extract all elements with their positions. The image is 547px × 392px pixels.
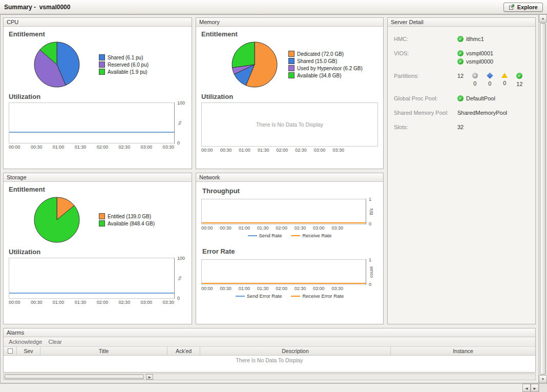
y-axis-max-label: 100 bbox=[177, 256, 185, 261]
alarms-panel: Alarms Acknowledge Clear Sev Title Ack'e… bbox=[3, 328, 536, 373]
column-header-acked[interactable]: Ack'ed bbox=[167, 347, 200, 355]
alarms-toolbar: Acknowledge Clear bbox=[4, 337, 535, 347]
scrollbar-corner bbox=[539, 384, 547, 392]
select-all-cell bbox=[4, 347, 17, 355]
explore-button-label: Explore bbox=[517, 4, 538, 10]
status-ok-icon: ✓ bbox=[457, 58, 464, 65]
shared-memory-pool-value: SharedMemoryPool bbox=[457, 110, 507, 116]
vertical-scrollbar: ▲ ▼ bbox=[538, 14, 547, 383]
legend-item: Dedicated (72.0 GB) bbox=[288, 51, 363, 57]
legend-label: Send Error Rate bbox=[247, 293, 282, 299]
vios-label: VIOS: bbox=[394, 50, 457, 56]
x-tick-label: 00:00 bbox=[201, 286, 213, 291]
memory-panel-body: Entitlement Dedicated (72.0 GB)Shared (1… bbox=[196, 27, 383, 169]
y-axis: 100%0 bbox=[174, 102, 186, 143]
cpu-utilization-chart: 100%000:0000:3001:0001:3002:0002:3003:00… bbox=[4, 102, 192, 150]
x-tick-label: 03:30 bbox=[331, 286, 343, 291]
legend-item: Shared (6.1 pu) bbox=[99, 54, 149, 60]
alarms-panel-header: Alarms bbox=[4, 328, 535, 337]
memory-utilization-heading: Utilization bbox=[201, 93, 383, 100]
chart-series-line bbox=[9, 293, 174, 294]
x-tick-label: 02:00 bbox=[276, 225, 287, 231]
explore-button[interactable]: Explore bbox=[503, 3, 543, 12]
column-header-sev[interactable]: Sev bbox=[17, 347, 40, 355]
scroll-down-button[interactable]: ▼ bbox=[539, 375, 547, 383]
x-tick-label: 01:00 bbox=[239, 286, 250, 291]
column-header-description[interactable]: Description bbox=[200, 347, 391, 355]
x-tick-label: 02:00 bbox=[277, 148, 288, 153]
x-tick-label: 03:30 bbox=[162, 300, 174, 305]
vios-item: ✓ vsmpl0001 bbox=[457, 50, 493, 56]
slots-value: 32 bbox=[457, 124, 464, 130]
column-header-title[interactable]: Title bbox=[40, 347, 167, 355]
memory-panel: Memory Entitlement Dedicated (72.0 GB)Sh… bbox=[196, 17, 384, 169]
y-axis-unit-label: count bbox=[369, 266, 374, 278]
explore-icon bbox=[509, 4, 515, 10]
x-tick-label: 03:00 bbox=[313, 225, 325, 231]
chart-legend: Send Error RateReceive Error Rate bbox=[196, 293, 383, 299]
scroll-right-button[interactable]: ▶ bbox=[531, 384, 539, 392]
chart-legend: Send RateReceive Rate bbox=[196, 233, 383, 238]
legend-line-swatch bbox=[291, 235, 300, 236]
partitions-total: 12 bbox=[457, 73, 464, 79]
network-panel-header: Network bbox=[196, 173, 383, 182]
acknowledge-button[interactable]: Acknowledge bbox=[9, 339, 42, 345]
cpu-panel: CPU Entitlement Shared (6.1 pu)Reserved … bbox=[3, 17, 192, 169]
status-ok-icon: ✓ bbox=[457, 36, 464, 42]
dashboard-grid: CPU Entitlement Shared (6.1 pu)Reserved … bbox=[3, 17, 536, 324]
legend-label: Used by Hypervisor (6.2 GB) bbox=[297, 66, 363, 71]
legend-swatch bbox=[288, 51, 294, 57]
vios-link[interactable]: vsmpl0001 bbox=[466, 50, 493, 56]
chart-plot-area: There Is No Data To Display bbox=[201, 102, 378, 147]
legend-swatch bbox=[288, 58, 294, 64]
vios-link[interactable]: vsmpl0000 bbox=[466, 58, 493, 65]
pie-slice bbox=[232, 42, 255, 68]
partition-unknown-count: 0 bbox=[473, 80, 476, 87]
cpu-panel-header: CPU bbox=[4, 18, 192, 27]
storage-utilization-chart: 100%000:0000:3001:0001:3002:0002:3003:00… bbox=[4, 258, 192, 305]
legend-label: Shared (15.0 GB) bbox=[297, 58, 337, 64]
global-proc-pool-link[interactable]: DefaultPool bbox=[466, 95, 495, 101]
y-axis-max-label: 1 bbox=[369, 257, 371, 262]
vertical-scrollbar-thumb[interactable] bbox=[540, 23, 546, 375]
legend-item: Available (1.9 pu) bbox=[99, 69, 149, 75]
server-detail-panel-title: Server Detail bbox=[391, 19, 424, 25]
hmc-link[interactable]: itlhmc1 bbox=[466, 36, 484, 42]
horizontal-scrollbar-thumb[interactable] bbox=[5, 375, 144, 379]
legend-label: Available (1.9 pu) bbox=[108, 69, 148, 75]
legend-swatch bbox=[99, 69, 105, 75]
legend-swatch bbox=[99, 54, 105, 60]
cpu-entitlement-pie bbox=[32, 40, 81, 89]
select-all-checkbox[interactable] bbox=[8, 348, 13, 354]
storage-panel-header: Storage bbox=[4, 173, 192, 182]
clear-button[interactable]: Clear bbox=[48, 339, 61, 345]
x-tick-label: 01:30 bbox=[75, 300, 87, 305]
x-tick-label: 00:00 bbox=[201, 148, 213, 153]
x-tick-label: 02:30 bbox=[294, 225, 306, 231]
legend-item: Send Error Rate bbox=[236, 293, 282, 299]
x-tick-label: 00:30 bbox=[31, 145, 43, 150]
legend-label: Reserved (6.0 pu) bbox=[108, 62, 149, 68]
partition-warning-icon bbox=[501, 73, 508, 78]
scroll-left-button[interactable]: ◀ bbox=[522, 384, 531, 392]
scroll-right-button[interactable]: ▶ bbox=[146, 374, 153, 380]
chart-series-line bbox=[9, 132, 174, 133]
x-tick-label: 03:30 bbox=[331, 225, 343, 231]
legend-label: Available (848.4 GB) bbox=[108, 221, 155, 226]
legend-label: Dedicated (72.0 GB) bbox=[297, 51, 344, 57]
partition-ok-count: 12 bbox=[516, 81, 522, 87]
x-axis: 00:0000:3001:0001:3002:0002:3003:0003:30 bbox=[9, 300, 174, 305]
network-error-rate-heading: Error Rate bbox=[202, 247, 383, 255]
legend-label: Receive Rate bbox=[302, 233, 331, 238]
y-axis: 1count0 bbox=[366, 259, 378, 285]
memory-entitlement-heading: Entitlement bbox=[201, 30, 383, 38]
horizontal-scrollbar-track[interactable] bbox=[0, 384, 522, 392]
chart-series-line bbox=[202, 222, 366, 223]
column-header-instance[interactable]: Instance bbox=[391, 347, 535, 355]
legend-label: Shared (6.1 pu) bbox=[108, 55, 143, 60]
cpu-utilization-heading: Utilization bbox=[9, 93, 192, 100]
network-error-rate-chart: 1count000:0000:3001:0001:3002:0002:3003:… bbox=[196, 259, 383, 299]
legend-item: Receive Error Rate bbox=[291, 293, 344, 299]
scroll-up-button[interactable]: ▲ bbox=[539, 14, 547, 23]
dashboard-content: CPU Entitlement Shared (6.1 pu)Reserved … bbox=[0, 14, 538, 383]
